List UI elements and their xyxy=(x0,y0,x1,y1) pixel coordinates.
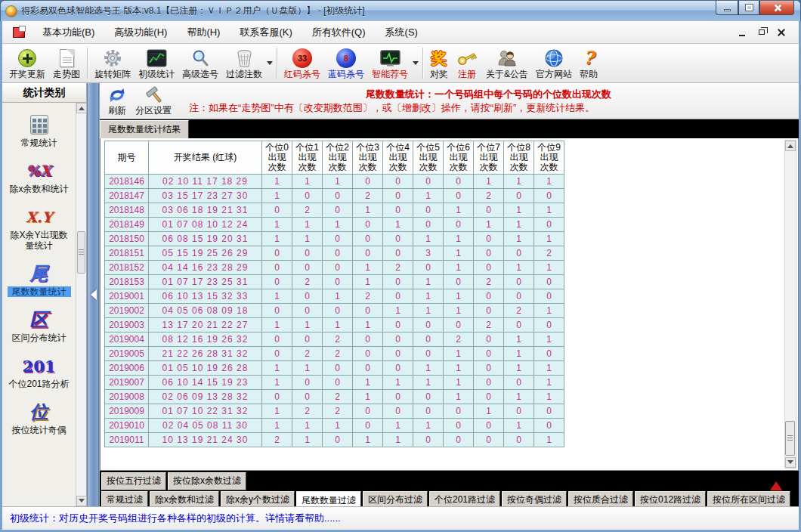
sidebar-item-201-path[interactable]: 201 个位201路分析 xyxy=(3,350,76,394)
count-cell: 0 xyxy=(444,218,474,232)
count-cell: 0 xyxy=(383,390,413,404)
filter-tab[interactable]: 个位201路过滤 xyxy=(429,491,500,506)
filter-count-button[interactable]: 过滤注数 xyxy=(222,45,266,82)
filter-tab[interactable]: 尾数数量过滤 xyxy=(296,491,361,506)
table-row[interactable]: 201814803 06 18 19 21 310201001011 xyxy=(105,203,564,218)
maximize-button[interactable] xyxy=(738,1,759,15)
table-row[interactable]: 201814602 10 11 17 18 291110000111 xyxy=(105,175,564,189)
rotation-matrix-button[interactable]: 旋转矩阵 xyxy=(91,45,135,82)
mdi-close-button[interactable] xyxy=(773,26,790,39)
menu-item[interactable]: 联系客服(K) xyxy=(230,22,302,43)
table-row[interactable]: 201900313 17 20 21 22 271111000200 xyxy=(105,318,564,332)
scroll-up-arrow[interactable] xyxy=(76,103,87,113)
scroll-down-arrow[interactable] xyxy=(785,457,796,468)
table-row[interactable]: 201814901 07 08 10 12 241110100110 xyxy=(105,218,564,232)
smart-recommend-button[interactable]: 智能荐号 xyxy=(368,45,412,82)
filter-tab[interactable]: 按位除x余数过滤 xyxy=(168,472,246,490)
sidebar-scrollbar[interactable] xyxy=(76,103,86,506)
table-row[interactable]: 201900106 10 13 15 32 331012011000 xyxy=(105,289,564,304)
draw-update-button[interactable]: 开奖更新 xyxy=(5,45,49,82)
check-prize-button[interactable]: 奖 对奖 xyxy=(426,45,452,82)
count-cell: 0 xyxy=(323,203,353,218)
sidebar-item-mod-x-rem-y[interactable]: X.Y 除X余Y出现数量统计 xyxy=(3,201,76,255)
official-site-button[interactable]: 官方网站 xyxy=(532,45,576,82)
count-cell: 0 xyxy=(504,376,534,390)
table-scrollbar[interactable] xyxy=(784,140,796,469)
filter-tab[interactable]: 按位012路过滤 xyxy=(635,491,706,506)
register-button[interactable]: 注册 xyxy=(452,45,482,82)
count-cell: 1 xyxy=(292,218,323,232)
result-cell: 10 13 19 21 24 30 xyxy=(149,433,262,447)
count-cell: 0 xyxy=(292,332,323,347)
filter-tab[interactable]: 常规过滤 xyxy=(101,491,148,506)
help-button[interactable]: ? 帮助 xyxy=(576,45,602,82)
basic-stats-button[interactable]: 初级统计 xyxy=(135,45,178,82)
menu-item[interactable]: 高级功能(H) xyxy=(104,22,177,43)
menu-item[interactable]: 所有软件(Q) xyxy=(302,22,376,43)
tab-tail-stats-result[interactable]: 尾数数量统计结果 xyxy=(100,120,189,140)
filter-tab[interactable]: 除x余y个数过滤 xyxy=(221,491,295,506)
count-cell: 1 xyxy=(504,332,534,347)
table-row[interactable]: 201900706 10 14 15 19 231001111001 xyxy=(105,376,564,390)
period-cell: 2019010 xyxy=(105,419,149,433)
count-cell: 0 xyxy=(474,261,504,275)
result-cell: 08 12 16 19 26 32 xyxy=(149,332,262,347)
count-cell: 1 xyxy=(292,433,323,447)
filter-tab[interactable]: 按位质合过滤 xyxy=(568,491,633,506)
menu-item[interactable]: 基本功能(B) xyxy=(32,22,104,43)
table-row[interactable]: 201815105 15 19 25 26 290000031002 xyxy=(105,246,564,261)
trend-chart-button[interactable]: 走势图 xyxy=(49,45,84,82)
table-row[interactable]: 201900204 05 06 08 09 180000111021 xyxy=(105,304,564,318)
red-kill-button[interactable]: 33 红码杀号 xyxy=(280,45,324,82)
count-cell: 1 xyxy=(534,376,564,390)
alert-triangle-icon[interactable] xyxy=(770,475,782,490)
collapse-left-icon[interactable] xyxy=(85,289,97,300)
close-button[interactable] xyxy=(759,1,794,15)
dropdown-arrow[interactable] xyxy=(412,45,419,82)
advanced-pick-button[interactable]: 高级选号 xyxy=(178,45,222,82)
count-cell: 0 xyxy=(262,261,292,275)
mdi-restore-button[interactable] xyxy=(753,26,770,39)
table-row[interactable]: 201900802 06 09 13 28 320021001011 xyxy=(105,390,564,404)
table-row[interactable]: 201901002 04 05 08 11 301110110010 xyxy=(105,419,564,433)
scroll-down-arrow[interactable] xyxy=(76,496,87,506)
blue-kill-button[interactable]: 8 蓝码杀号 xyxy=(324,45,368,82)
count-cell: 1 xyxy=(444,347,474,361)
mdi-minimize-button[interactable] xyxy=(734,26,750,39)
filter-tab[interactable]: 区间分布过滤 xyxy=(363,491,428,506)
scroll-up-arrow[interactable] xyxy=(785,141,796,151)
minimize-button[interactable] xyxy=(716,1,738,15)
count-cell: 0 xyxy=(413,390,444,404)
table-row[interactable]: 201815006 08 15 19 20 311100011011 xyxy=(105,232,564,246)
count-cell: 2 xyxy=(383,261,413,275)
sidebar-item-mod-x-sum[interactable]: %X 除x余数和统计 xyxy=(3,155,76,199)
splitter-bar[interactable] xyxy=(87,83,99,506)
table-row[interactable]: 201901110 13 19 21 24 302101100001 xyxy=(105,433,564,447)
table-row[interactable]: 201900521 22 26 28 31 320220001010 xyxy=(105,347,564,361)
filter-tab[interactable]: 按位所在区间过滤 xyxy=(707,491,790,506)
sidebar-item-tail-count[interactable]: 尾 尾数数量统计 xyxy=(3,258,76,302)
sidebar-item-position-parity[interactable]: 位 按位统计奇偶 xyxy=(3,396,76,440)
menu-item[interactable]: 系统(S) xyxy=(376,22,428,43)
count-cell: 0 xyxy=(353,347,383,361)
scrollbar-thumb[interactable] xyxy=(785,421,795,456)
dropdown-arrow[interactable] xyxy=(266,45,274,82)
table-row[interactable]: 201900901 07 10 22 31 321220000100 xyxy=(105,404,564,419)
table-row[interactable]: 201900408 12 16 19 26 320020002011 xyxy=(105,332,564,347)
count-cell: 1 xyxy=(383,304,413,318)
filter-tab[interactable]: 除x余数和过滤 xyxy=(150,491,219,506)
table-row[interactable]: 201815204 14 16 23 28 290001201011 xyxy=(105,261,564,275)
about-button[interactable]: 关于&公告 xyxy=(482,45,532,82)
sidebar-item-regular-stats[interactable]: 常规统计 xyxy=(3,109,76,153)
table-row[interactable]: 201814703 15 17 23 27 301002010200 xyxy=(105,189,564,203)
refresh-button[interactable]: 刷新 xyxy=(103,84,131,118)
table-row[interactable]: 201900601 05 10 19 26 281100011011 xyxy=(105,361,564,376)
sidebar-item-zone-distribution[interactable]: 区 区间分布统计 xyxy=(3,304,76,348)
partition-settings-button[interactable]: 分区设置 xyxy=(131,84,175,118)
scrollbar-thumb[interactable] xyxy=(77,231,85,274)
filter-tab[interactable]: 按位奇偶过滤 xyxy=(502,491,567,506)
menu-item[interactable]: 帮助(H) xyxy=(177,22,230,43)
filter-tab[interactable]: 按位五行过滤 xyxy=(101,472,166,490)
table-row[interactable]: 201815301 07 17 23 25 310201010200 xyxy=(105,275,564,289)
column-header-tail: 个位8出现次数 xyxy=(504,141,534,175)
